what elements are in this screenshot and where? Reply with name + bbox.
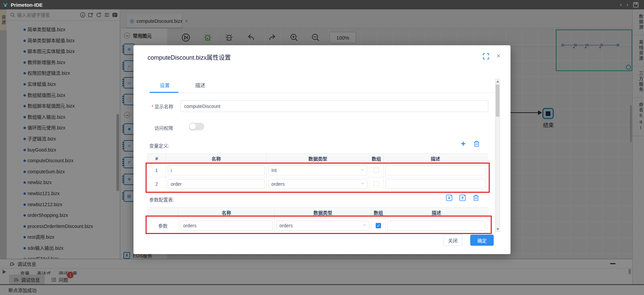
array-checkbox[interactable]: ✓ [374, 168, 379, 173]
close-button[interactable]: 关闭 [443, 235, 462, 246]
save-icon[interactable] [633, 2, 639, 8]
col-header-name: 名称 [166, 154, 267, 164]
parameters-table: 名称 数据类型 数组 描述 参数 orders ✓ [147, 207, 487, 233]
confirm-button[interactable]: 确定 [470, 235, 494, 246]
close-icon[interactable]: × [496, 52, 501, 60]
variable-type-select[interactable]: orders [268, 179, 367, 189]
table-row: 参数 orders ✓ [148, 218, 487, 233]
dialog-tabs: 设置 描述 [133, 81, 511, 93]
col-header-desc: 描述 [384, 154, 487, 164]
table-row: 1 Int ✓ [148, 164, 487, 177]
add-variable-icon[interactable]: + [460, 140, 467, 148]
app-title: Primeton-IDE [11, 2, 43, 8]
access-permission-label: 访问权限 [154, 124, 173, 131]
param-row-label: 参数 [148, 218, 178, 233]
row-index: 1 [148, 164, 166, 177]
delete-variable-icon[interactable] [473, 140, 480, 148]
tab-description[interactable]: 描述 [182, 81, 218, 88]
parameter-type-select[interactable]: orders [276, 221, 369, 231]
parameter-desc-input[interactable] [387, 221, 485, 231]
nav-forward-icon[interactable]: › [627, 0, 628, 9]
variable-name-input[interactable] [168, 179, 265, 189]
col-header-index: # [148, 154, 166, 164]
chevron-down-icon [361, 182, 364, 184]
variable-type-select[interactable]: Int [268, 165, 367, 175]
variables-section-label: 变量定义: [149, 142, 169, 149]
titlebar: Primeton-IDE ‹ › [0, 0, 644, 9]
array-checkbox[interactable]: ✓ [376, 223, 381, 228]
display-name-label: *显示名称 [152, 103, 173, 110]
col-header-name: 名称 [178, 208, 275, 218]
tab-settings[interactable]: 设置 [147, 81, 182, 88]
scrollbar-thumb[interactable] [496, 84, 499, 117]
nav-back-icon[interactable]: ‹ [620, 0, 622, 9]
table-row: 2 orders ✓ [148, 177, 487, 191]
variable-desc-input[interactable] [385, 165, 485, 175]
chevron-down-icon [361, 169, 364, 171]
scroll-up-icon[interactable] [496, 80, 499, 82]
chevron-down-icon [363, 224, 366, 226]
col-header-desc: 描述 [386, 208, 487, 218]
variable-name-input[interactable] [168, 165, 265, 175]
col-header-array: 数组 [371, 208, 386, 218]
display-name-input[interactable] [180, 100, 488, 112]
access-permission-toggle[interactable] [189, 123, 204, 130]
dialog-scrollbar[interactable] [495, 79, 500, 232]
dialog-title: computeDiscount.bizx属性设置 [148, 53, 231, 61]
parameters-section-label: 参数配置表: [149, 196, 174, 203]
array-checkbox[interactable]: ✓ [374, 181, 379, 187]
active-tab-underline [150, 92, 178, 93]
col-header-datatype: 数据类型 [267, 154, 369, 164]
fullscreen-icon[interactable] [483, 53, 489, 59]
variables-table: # 名称 数据类型 数组 描述 1 Int ✓ 2 orders ✓ [147, 153, 487, 191]
import-parameter-icon[interactable] [445, 194, 453, 201]
app-logo-icon [3, 2, 8, 7]
col-header-datatype: 数据类型 [275, 208, 371, 218]
col-header-array: 数组 [369, 154, 384, 164]
properties-dialog: computeDiscount.bizx属性设置 × 设置 描述 *显示名称 访… [133, 45, 511, 254]
required-asterisk: * [152, 104, 153, 109]
col-header-blank [148, 208, 178, 218]
scroll-down-icon[interactable] [496, 228, 499, 230]
variable-desc-input[interactable] [385, 179, 485, 189]
parameter-name-input[interactable] [180, 221, 273, 231]
tabs-divider [148, 93, 500, 93]
export-parameter-icon[interactable] [459, 194, 466, 201]
row-index: 2 [148, 177, 166, 191]
delete-parameter-icon[interactable] [472, 194, 480, 201]
